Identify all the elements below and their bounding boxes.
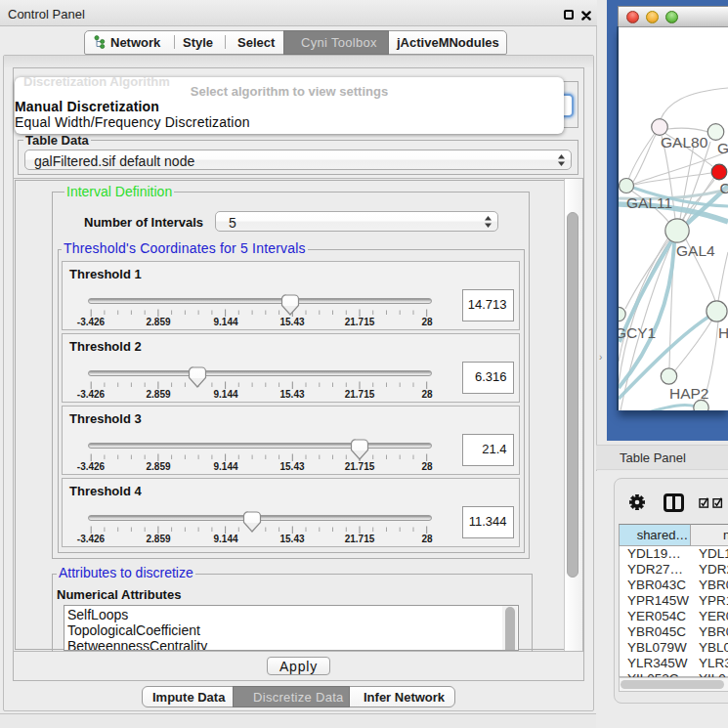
svg-text:GAL11: GAL11 [626,194,672,211]
svg-text:C: C [720,180,728,196]
svg-text:GCY1: GCY1 [619,324,656,341]
svg-text:GAL80: GAL80 [661,134,708,150]
svg-text:H: H [718,324,728,341]
svg-text:HAP2: HAP2 [669,385,709,402]
svg-text:GAL4: GAL4 [676,242,715,259]
svg-text:G.: G. [717,140,728,156]
